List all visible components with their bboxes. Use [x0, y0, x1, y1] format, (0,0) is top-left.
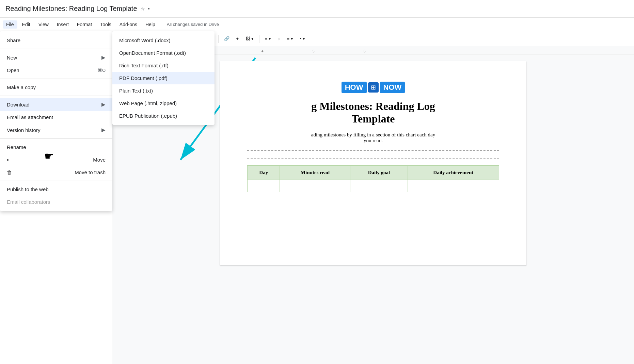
title-icons: ☆ ▪	[141, 5, 150, 12]
table-header-minutes: Minutes read	[280, 166, 350, 180]
download-docx[interactable]: Microsoft Word (.docx)	[112, 34, 215, 47]
drive-status: All changes saved in Drive	[167, 22, 219, 27]
trash-icon-item: 🗑	[7, 169, 12, 175]
svg-text:4: 4	[261, 49, 264, 53]
svg-text:6: 6	[364, 49, 366, 53]
download-epub[interactable]: EPUB Publication (.epub)	[112, 110, 215, 122]
divider-copy	[0, 96, 112, 96]
divider-trash	[0, 181, 112, 181]
version-arrow-icon: ▶	[101, 127, 106, 133]
menu-view[interactable]: View	[35, 20, 52, 29]
file-menu-email-collab-label: Email collaborators	[7, 199, 50, 205]
download-pdf-label: PDF Document (.pdf)	[119, 75, 168, 81]
menu-bar: File Edit View Insert Format Tools Add-o…	[0, 18, 634, 31]
table-header-day: Day	[248, 166, 280, 180]
menu-file[interactable]: File	[3, 20, 17, 29]
dashed-line-2	[247, 158, 499, 159]
table-cell	[280, 180, 350, 192]
list-button[interactable]: ≡ ▾	[284, 35, 296, 43]
folder-icon-item: ▪	[7, 157, 9, 163]
dashed-line-1	[247, 150, 499, 151]
file-menu-make-copy[interactable]: Make a copy	[0, 81, 112, 94]
folder-icon[interactable]: ▪	[148, 5, 150, 12]
file-menu-publish[interactable]: Publish to the web	[0, 183, 112, 196]
download-pdf[interactable]: PDF Document (.pdf)	[112, 72, 215, 84]
menu-addons[interactable]: Add-ons	[116, 20, 141, 29]
download-odt-label: OpenDocument Format (.odt)	[119, 50, 186, 56]
new-arrow-icon: ▶	[101, 54, 106, 61]
bullet-button[interactable]: • ▾	[297, 35, 308, 43]
divider-share	[0, 49, 112, 49]
download-submenu: Microsoft Word (.docx) OpenDocument Form…	[112, 31, 215, 125]
file-menu-make-copy-label: Make a copy	[7, 84, 36, 90]
download-txt[interactable]: Plain Text (.txt)	[112, 84, 215, 97]
table-cell	[350, 180, 408, 192]
insert-button[interactable]: +	[234, 35, 242, 43]
table-header-goal: Daily goal	[350, 166, 408, 180]
doc-page: HOW ⊞ NOW g Milestones: Reading LogTempl…	[220, 61, 526, 265]
file-menu-move-label: Move	[93, 157, 106, 163]
download-html-label: Web Page (.html, zipped)	[119, 100, 177, 106]
file-menu-rename[interactable]: Rename	[0, 141, 112, 153]
download-docx-label: Microsoft Word (.docx)	[119, 37, 171, 43]
table-cell	[248, 180, 280, 192]
file-menu-share[interactable]: Share	[0, 34, 112, 47]
menu-insert[interactable]: Insert	[53, 20, 72, 29]
file-menu-version[interactable]: Version history ▶	[0, 123, 112, 136]
table-header-achievement: Daily achievement	[408, 166, 499, 180]
title-bar: Reading Milestones: Reading Log Template…	[0, 0, 634, 18]
file-menu-new[interactable]: New ▶	[0, 51, 112, 64]
image-button[interactable]: 🖼 ▾	[243, 35, 256, 43]
logo-now: NOW	[380, 82, 405, 93]
download-txt-label: Plain Text (.txt)	[119, 88, 153, 94]
table-row	[248, 180, 499, 192]
divider-version	[0, 138, 112, 139]
logo-icon: ⊞	[368, 82, 379, 93]
align-button[interactable]: ≡ ▾	[262, 35, 274, 43]
download-rtf-label: Rich Text Format (.rtf)	[119, 63, 169, 68]
file-menu-download[interactable]: Download ▶	[0, 98, 112, 111]
file-menu-rename-label: Rename	[7, 144, 26, 150]
menu-help[interactable]: Help	[142, 20, 159, 29]
menu-format[interactable]: Format	[74, 20, 95, 29]
doc-subtitle: ading milestones by filling in a section…	[247, 132, 499, 144]
file-menu-email[interactable]: Email as attachment	[0, 111, 112, 123]
file-menu-open[interactable]: Open ⌘O	[0, 64, 112, 77]
file-menu-open-label: Open	[7, 67, 19, 73]
doc-logo: HOW ⊞ NOW	[247, 82, 499, 93]
svg-text:5: 5	[313, 49, 315, 53]
linespacing-button[interactable]: ↕	[275, 35, 283, 43]
divider-7	[259, 35, 259, 43]
menu-tools[interactable]: Tools	[97, 20, 115, 29]
menu-edit[interactable]: Edit	[19, 20, 34, 29]
file-menu-email-collab[interactable]: Email collaborators	[0, 196, 112, 208]
file-menu-publish-label: Publish to the web	[7, 186, 49, 192]
table-cell	[408, 180, 499, 192]
divider-open	[0, 79, 112, 79]
open-shortcut: ⌘O	[98, 68, 106, 73]
doc-table: Day Minutes read Daily goal Daily achiev…	[247, 165, 499, 192]
file-menu-move[interactable]: ▪ Move	[0, 153, 112, 166]
file-menu-trash[interactable]: 🗑 Move to trash	[0, 166, 112, 179]
star-icon[interactable]: ☆	[141, 6, 145, 12]
link-button[interactable]: 🔗	[221, 35, 232, 43]
divider-6	[218, 35, 219, 43]
download-rtf[interactable]: Rich Text Format (.rtf)	[112, 59, 215, 72]
doc-title: Reading Milestones: Reading Log Template	[5, 5, 137, 13]
logo-text: HOW ⊞ NOW	[342, 82, 405, 93]
file-menu-trash-label: Move to trash	[75, 169, 106, 175]
download-html[interactable]: Web Page (.html, zipped)	[112, 97, 215, 110]
download-arrow-icon: ▶	[101, 101, 106, 107]
file-menu-email-label: Email as attachment	[7, 114, 53, 120]
doc-title-heading: g Milestones: Reading LogTemplate	[247, 100, 499, 125]
logo-how: HOW	[342, 82, 367, 93]
download-epub-label: EPUB Publication (.epub)	[119, 113, 177, 119]
file-menu-download-label: Download	[7, 102, 30, 107]
download-odt[interactable]: OpenDocument Format (.odt)	[112, 47, 215, 59]
file-menu-version-label: Version history	[7, 127, 40, 133]
file-menu-new-label: New	[7, 55, 17, 61]
file-menu-dropdown: Share New ▶ Open ⌘O Make a copy Download…	[0, 31, 112, 211]
